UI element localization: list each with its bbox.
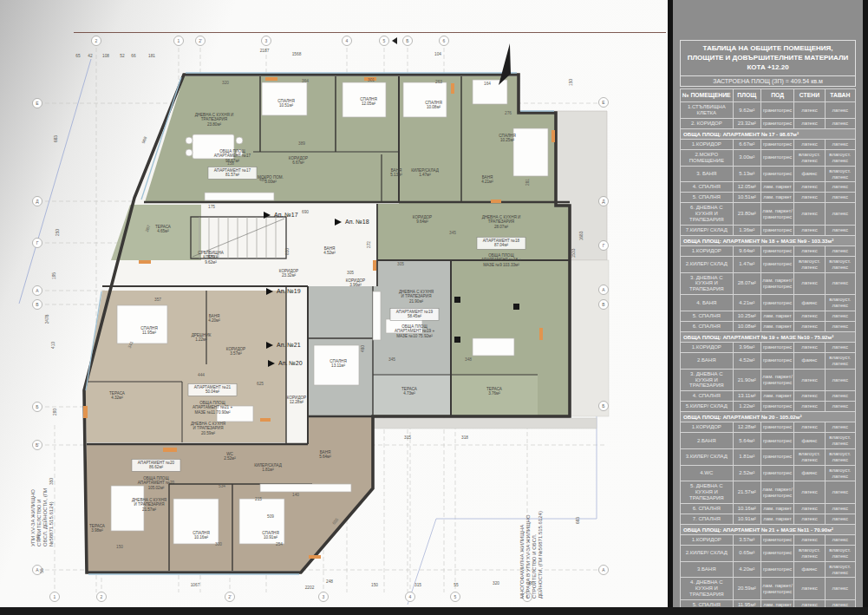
dim-label: 830 [285, 248, 290, 255]
grid-bubble-label: 5 [383, 38, 386, 43]
dim-label: 1067 [191, 583, 200, 587]
grid-bubble-label: 6 [443, 38, 446, 43]
materials-panel: ТАБЛИЦА НА ОБЩИТЕ ПОМЕЩЕНИЯ, ПЛОЩИТЕ И Д… [673, 0, 863, 607]
dim-label: 2478 [45, 314, 49, 324]
dim-label: 108 [102, 54, 109, 58]
dim-label: 150 [569, 79, 573, 86]
table-row: 3.КИЛЕР/ СКЛАД1.81м²гранитогресвлагоуст.… [681, 448, 856, 465]
table-row: 4. ДНЕВНА С КУХНЯ И ТРАПЕЗАРИЯ20.59м²лам… [681, 578, 856, 600]
floor-plan: 212'345Б6122'3456ЕДГАВББ'АЕДГАВБА6542108… [0, 0, 668, 607]
dim-label: 248 [326, 579, 333, 584]
grid-bubble-label: Б' [36, 442, 39, 448]
dim-label: 345 [449, 231, 456, 235]
table-row: 1.КОРИДОР12.28м²гранитогреслатекслатекс [681, 422, 856, 433]
table-section-header: ОБЩА ПЛОЩ: АПАРТАМЕНТ № 21 + МАЗЕ №11 - … [681, 524, 856, 534]
apartment-label: Ап. №20 [278, 360, 303, 366]
table-row: 7.КИЛЕР/ СКЛАД1.36м²гранитогреслатекслат… [681, 225, 856, 235]
architectural-sheet: { "panel": { "title_lines": ["ТАБЛИЦА НА… [0, 0, 868, 615]
table-row: 2.БАНЯ4.52м²гранитогресфаянсвлагоуст. ла… [681, 352, 856, 369]
dim-label: 175 [208, 205, 215, 209]
table-row: 1.КОРИДОР3.96м²гранитогреслатекслатекс [681, 342, 856, 352]
room-label: БАНЯ4.20м² [208, 314, 220, 323]
dim-label: 42 [88, 54, 93, 58]
grid-bubble-label: 2' [228, 594, 232, 599]
room-label: СПАЛНЯ13.11м² [330, 359, 346, 368]
room-label: БАНЯ4.21м² [481, 175, 493, 184]
table-section-header: ОБЩА ПЛОЩ: АПАРТАМЕНТ № 18 + МАЗЕ №9 - 1… [681, 235, 856, 245]
apartment21-area [85, 291, 286, 442]
col-floor: ПОД [760, 89, 793, 102]
room-label: СПАЛНЯ11.95м² [140, 326, 157, 335]
table-section-header: ОБЩА ПЛОЩ: АПАРТАМЕНТ № 20 - 105.02м² [681, 412, 856, 422]
dim-label: 1683 [579, 231, 584, 240]
dim-label: 301 [368, 78, 375, 82]
table-row: 3. БАНЯ5.13м²гранитогресфаянсвлагоуст. л… [681, 166, 856, 182]
dim-label: 140 [292, 493, 299, 497]
table-row: 6. СПАЛНЯ10.16м²лам. паркетлатекслатекс [681, 504, 856, 514]
grid-bubble-label: 2 [95, 38, 98, 43]
table-row: 5. СПАЛНЯ10.25м²лам. паркетлатекслатекс [681, 311, 856, 322]
dim-label: 276 [505, 111, 512, 115]
table-row: 3. ДНЕВНА С КУХНЯ И ТРАПЕЗАРИЯ21.90м²лам… [681, 369, 856, 391]
table-row: 6. СПАЛНЯ10.08м²лам. паркетлатекслатекс [681, 321, 856, 331]
dim-label: 150 [116, 545, 123, 549]
grid-bubble-label: 2 [101, 594, 103, 599]
room-label: СПАЛНЯ10.51м² [277, 99, 294, 108]
dim-label: 480 [361, 345, 365, 352]
grid-bubble-label: 1 [54, 594, 56, 599]
table-row: 1.КОРИДОР3.57м²гранитогреслатекслатекс [681, 535, 856, 546]
table-row: 4. СПАЛНЯ12.05м²лам. паркетлатекслатекс [681, 182, 856, 193]
grid-bubble-label: Г [36, 240, 39, 245]
table-row: 3.БАНЯ4.20м²гранитогресфаянсвлагоуст. ла… [681, 561, 856, 578]
dim-label: 315 [404, 435, 411, 440]
dim-label: 195 [52, 272, 56, 279]
apartment19-hall [377, 260, 451, 286]
table-row: 1.СТЪЛБИЩНА КЛЕТКА9.62м²гранитогреслатек… [681, 102, 856, 119]
table-row: 4.WC2.52м²гранитогресфаянсвлагоуст. лате… [681, 465, 856, 481]
dim-label: 320 [493, 581, 499, 586]
dim-label: 364 [302, 79, 309, 83]
dim-label: 65 [75, 54, 81, 58]
table-row: 2.КИЛЕР/ СКЛАД0.65м²гранитогресвлагоуст.… [681, 545, 856, 561]
room-label: СПАЛНЯ10.91м² [262, 531, 278, 540]
dim-label: 968 [141, 135, 148, 144]
dim-label: 300 [215, 542, 222, 546]
table-row: 5. ДНЕВНА С КУХНЯ И ТРАПЕЗАРИЯ21.57м²лам… [681, 481, 856, 504]
dim-label: 683 [576, 517, 580, 524]
dim-label: 305 [397, 262, 404, 266]
dim-label: 150 [371, 583, 378, 587]
table-row: 2. КОРИДОР23.32м²гранитогреслатекслатекс [681, 118, 856, 128]
grid-bubble-label: 5 [454, 594, 457, 599]
dim-label: 55 [454, 583, 459, 587]
room-label: СПАЛНЯ10.16м² [193, 531, 209, 540]
room-label: КОРИДОР12.28м² [287, 396, 306, 404]
dim-label: 350 [49, 478, 54, 485]
dim-label: 215 [255, 497, 262, 501]
table-section-header: ОБЩА ПЛОЩ: АПАРТАМЕНТ № 19 + МАЗЕ №10 - … [681, 331, 856, 342]
apartment-label: Ап. №17 [274, 212, 298, 218]
boundary-label: МНОГОФАМИЛНА ЖИЛИЩНАСГРАДА В УПИ XV-ЗА Ж… [519, 511, 543, 599]
dim-label: 1568 [292, 52, 302, 56]
dim-label: 164 [484, 82, 491, 86]
boundary-label: УПИ XV-ЗА ЖИЛИЩНОСТРОИТЕЛСТВО ИОБСЛ. ДЕЙ… [30, 488, 54, 546]
room-label: СПАЛНЯ10.25м² [499, 134, 515, 142]
room-label: КОРИДОР23.32м² [279, 269, 298, 278]
grid-bubble-label: 3 [265, 38, 268, 43]
table-row: 1.КОРИДОР6.67м²гранитогреслатекслатекс [681, 140, 856, 150]
title-block-panel: ТАБЛИЦА НА ОБЩИТЕ ПОМЕЩЕНИЯ, ПЛОЩИТЕ И Д… [668, 0, 868, 615]
dim-label: 254 [276, 542, 283, 546]
plan-sheet: 212'345Б6122'3456ЕДГАВББ'АЕДГАВБА6542108… [0, 0, 668, 607]
dim-label: 357 [154, 298, 161, 302]
bottom-band [0, 607, 868, 615]
dim-label: 348 [465, 357, 472, 362]
room-label: СПАЛНЯ12.05м² [360, 97, 376, 106]
col-area: ПЛОЩ [733, 89, 760, 102]
table-row: 3. ДНЕВНА С КУХНЯ И ТРАПЕЗАРИЯ28.07м²лам… [681, 272, 856, 295]
table-row: 2.БАНЯ5.64м²гранитогресфаянсвлагоуст. ла… [681, 433, 856, 449]
table-row: 2.МОКРО ПОМЕЩЕНИЕ3.00м²гранитогресвлагоу… [681, 149, 856, 166]
dim-label: 272 [367, 241, 371, 248]
dim-label: 509 [267, 514, 274, 519]
table-row: 5. СПАЛНЯ10.51м²лам. паркетлатекслатекс [681, 193, 856, 203]
room-label: БАНЯ5.64м² [319, 450, 331, 459]
table-row: 1.КОРИДОР9.64м²гранитогреслатекслатекс [681, 245, 856, 256]
